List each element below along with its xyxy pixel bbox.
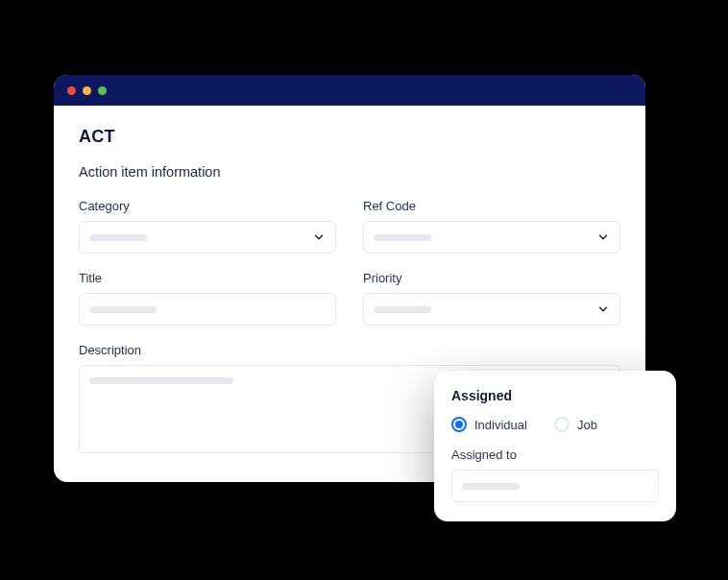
placeholder-icon	[374, 234, 431, 241]
zoom-icon[interactable]	[98, 86, 107, 95]
placeholder-icon	[374, 306, 431, 313]
close-icon[interactable]	[67, 86, 76, 95]
refcode-label: Ref Code	[363, 199, 620, 213]
priority-label: Priority	[363, 271, 620, 285]
refcode-select[interactable]	[363, 221, 620, 254]
radio-icon	[554, 417, 570, 432]
title-input[interactable]	[79, 293, 336, 326]
category-select[interactable]	[79, 221, 336, 254]
assigned-to-label: Assigned to	[451, 447, 659, 462]
assigned-popup: Assigned Individual Job Assigned to	[434, 371, 676, 521]
assigned-radio-job[interactable]: Job	[554, 417, 597, 432]
category-label: Category	[79, 199, 336, 213]
description-label: Description	[79, 343, 620, 357]
title-label: Title	[79, 271, 336, 285]
title-field: Title	[79, 271, 336, 326]
page-title: ACT	[79, 127, 620, 147]
priority-select[interactable]	[363, 293, 620, 326]
assigned-radio-group: Individual Job	[451, 417, 659, 432]
radio-label: Job	[577, 418, 597, 432]
radio-label: Individual	[474, 418, 527, 432]
placeholder-icon	[89, 377, 233, 384]
placeholder-icon	[89, 234, 147, 241]
window-titlebar	[54, 75, 645, 106]
radio-icon	[451, 417, 467, 432]
category-field: Category	[79, 199, 336, 254]
chevron-down-icon	[596, 302, 610, 316]
minimize-icon[interactable]	[83, 86, 91, 95]
refcode-field: Ref Code	[363, 199, 620, 254]
section-title: Action item information	[79, 164, 620, 180]
priority-field: Priority	[363, 271, 620, 326]
assigned-radio-individual[interactable]: Individual	[451, 417, 527, 432]
placeholder-icon	[89, 306, 157, 313]
chevron-down-icon	[312, 230, 326, 244]
placeholder-icon	[462, 483, 520, 490]
chevron-down-icon	[596, 230, 610, 244]
assigned-title: Assigned	[451, 388, 659, 403]
assigned-to-input[interactable]	[451, 470, 659, 502]
